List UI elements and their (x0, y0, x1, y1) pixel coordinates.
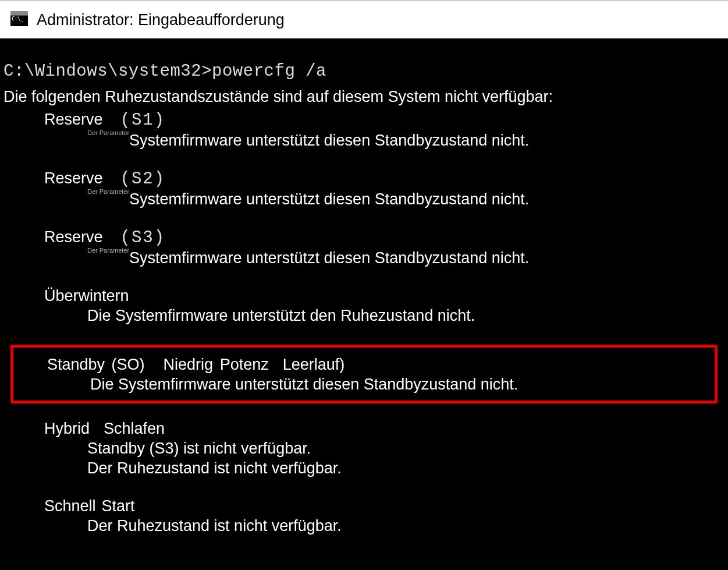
state-label: Reserve (44, 111, 103, 129)
s0-part1: Standby (SO) (47, 356, 145, 373)
state-label: Reserve (44, 228, 103, 246)
state-s0-title: Standby (SO)Niedrig PotenzLeerlauf) (13, 356, 715, 374)
s0-part3: Potenz (220, 356, 269, 373)
s0-part2: Niedrig (164, 356, 214, 373)
state-code: (S2) (120, 169, 166, 189)
command-prompt-line: C:\Windows\system32>powercfg /a (2, 62, 728, 81)
state-reason: Der Ruhezustand ist nicht verfügbar. (2, 459, 728, 477)
param-note: Der Parameter (87, 247, 129, 254)
command-output: Die folgenden Ruhezustandszustände sind … (2, 88, 728, 535)
window-titlebar[interactable]: Administrator: Eingabeaufforderung (0, 0, 728, 38)
state-reason: Standby (S3) ist nicht verfügbar. (2, 440, 728, 458)
window-title: Administrator: Eingabeaufforderung (37, 11, 285, 29)
output-header: Die folgenden Ruhezustandszustände sind … (2, 88, 728, 106)
state-hybrid: HybridSchlafen Standby (S3) ist nicht ve… (2, 420, 728, 477)
param-note: Der Parameter (87, 129, 129, 136)
state-reason: Die Systemfirmware unterstützt diesen St… (13, 376, 715, 394)
state-code: (S3) (120, 228, 166, 247)
state-label: Reserve (44, 169, 103, 187)
fast-w2: Start (102, 497, 135, 515)
state-hibernate: Überwintern Die Systemfirmware unterstüt… (2, 287, 728, 325)
state-s1: Reserve (S1) Der Parameter Systemfirmwar… (2, 111, 728, 150)
hybrid-w2: Schlafen (104, 420, 165, 437)
cmd-icon (10, 11, 28, 26)
state-s3: Reserve (S3) Der Parameter Systemfirmwar… (2, 228, 728, 267)
highlight-box: Standby (SO)Niedrig PotenzLeerlauf) Die … (10, 345, 718, 403)
state-faststart: SchnellStart Der Ruhezustand ist nicht v… (2, 497, 728, 535)
state-s2: Reserve (S2) Der Parameter Systemfirmwar… (2, 169, 728, 208)
s0-part4: Leerlauf) (283, 356, 345, 373)
state-reason: Der Ruhezustand ist nicht verfügbar. (2, 517, 728, 535)
state-label: Überwintern (44, 287, 129, 305)
hybrid-w1: Hybrid (44, 420, 90, 437)
state-reason: Die Systemfirmware unterstützt den Ruhez… (2, 307, 728, 325)
terminal-area[interactable]: C:\Windows\system32>powercfg /a Die folg… (0, 38, 728, 535)
state-code: (S1) (120, 111, 166, 130)
fast-w1: Schnell (44, 497, 96, 515)
param-note: Der Parameter (87, 188, 129, 195)
